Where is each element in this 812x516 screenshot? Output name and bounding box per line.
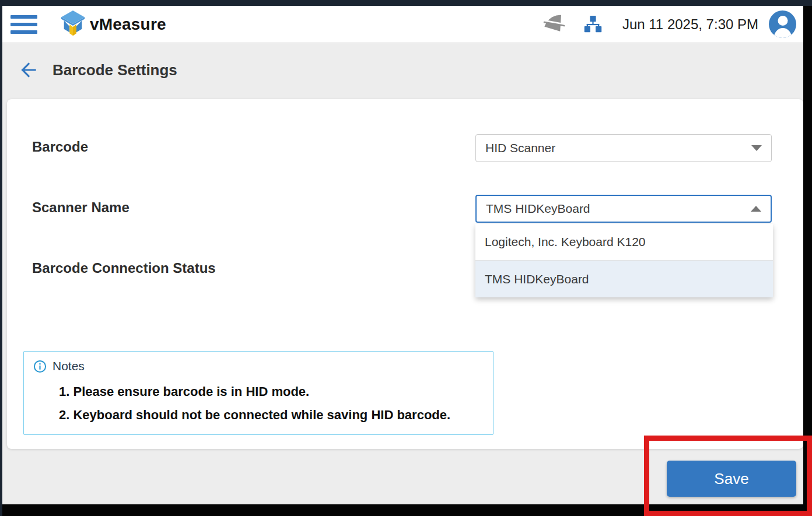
back-arrow-icon — [18, 59, 40, 81]
notes-box: Notes 1. Please ensure barcode is in HID… — [23, 351, 494, 435]
screen: vMeasure Jun 11 2025, 7:30 PM — [0, 0, 812, 516]
scanner-name-dropdown-menu: Logitech, Inc. Keyboard K120 TMS HIDKeyB… — [475, 224, 773, 297]
frame-border-bottom — [0, 504, 812, 516]
back-arrow-button[interactable] — [18, 59, 40, 81]
barcode-label: Barcode — [32, 139, 88, 155]
scanner-name-select[interactable]: TMS HIDKeyBoard — [475, 195, 772, 223]
notes-item-1: 1. Please ensure barcode is in HID mode. — [59, 380, 493, 403]
hamburger-menu-icon[interactable] — [10, 14, 37, 35]
scanner-name-label: Scanner Name — [32, 199, 130, 216]
frame-border-top — [0, 0, 812, 6]
barcode-select[interactable]: HID Scanner — [475, 134, 772, 162]
connection-status-label: Barcode Connection Status — [32, 260, 216, 276]
notes-header: Notes — [24, 352, 493, 373]
datetime-display: Jun 11 2025, 7:30 PM — [622, 16, 758, 33]
top-bar: vMeasure Jun 11 2025, 7:30 PM — [2, 6, 803, 43]
frame-border-right — [803, 0, 812, 516]
page-header: Barcode Settings — [18, 59, 177, 81]
chevron-down-icon — [751, 145, 762, 151]
user-avatar-icon[interactable] — [769, 10, 796, 38]
brand-name: vMeasure — [90, 15, 166, 34]
frame-border-left — [0, 0, 2, 516]
dropdown-option-tms-hidkeyboard[interactable]: TMS HIDKeyBoard — [475, 260, 773, 297]
page-title: Barcode Settings — [52, 61, 177, 79]
info-icon — [33, 360, 47, 373]
notes-item-2: 2. Keyboard should not be connected whil… — [59, 403, 493, 427]
scanner-name-select-value: TMS HIDKeyBoard — [486, 202, 751, 216]
ethernet-network-icon — [583, 15, 603, 34]
chevron-up-icon — [751, 206, 761, 212]
barcode-select-value: HID Scanner — [485, 141, 751, 155]
settings-panel: Barcode HID Scanner Scanner Name TMS HID… — [7, 99, 803, 449]
save-button[interactable]: Save — [667, 461, 796, 497]
notes-title: Notes — [52, 359, 85, 373]
dropdown-option-logitech[interactable]: Logitech, Inc. Keyboard K120 — [475, 224, 773, 260]
notes-list: 1. Please ensure barcode is in HID mode.… — [24, 380, 493, 427]
vmeasure-logo-icon — [60, 10, 86, 39]
wifi-off-icon — [541, 9, 570, 38]
